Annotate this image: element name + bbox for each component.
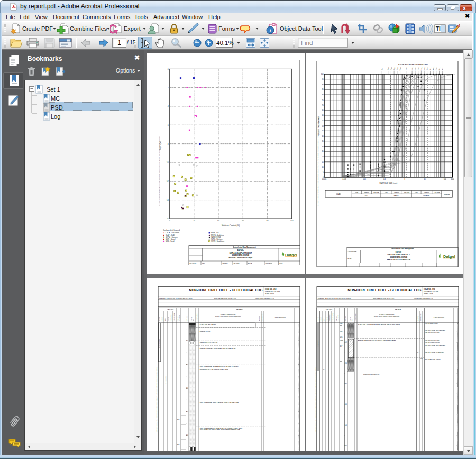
svg-text:Continued as Cored Drill Hole: Continued as Cored Drill Hole	[363, 374, 380, 375]
svg-text:Moisture Content (%): Moisture Content (%)	[222, 224, 240, 227]
svg-text:2.00: HP Bang >100 - 450 kPa: 2.00: HP Bang >100 - 450 kPa	[425, 359, 441, 360]
svg-text:0.95: SPT Recovery 0.445m: 0.95: SPT Recovery 0.445m	[425, 340, 440, 341]
svg-text:26.5mm: 26.5mm	[432, 66, 435, 70]
svg-text:CONSIST/DENS: CONSIST/DENS	[261, 313, 262, 321]
svg-text:35: 35	[322, 140, 324, 142]
svg-text:0.5m: 0.5m	[340, 331, 343, 332]
svg-text:75mm: 75mm	[441, 67, 443, 71]
svg-text:PARTICLE SIZE DISTRIBUTION: PARTICLE SIZE DISTRIBUTION	[387, 259, 410, 261]
svg-text:BROWN, MEDIUM TO HIGH PLASTICI: BROWN, MEDIUM TO HIGH PLASTICITY, SOME R…	[358, 340, 396, 341]
svg-text:53mm: 53mm	[438, 67, 441, 71]
svg-text:DATE STARTED : 6/7/04: DATE STARTED : 6/7/04	[318, 304, 332, 306]
svg-text:10: 10	[167, 161, 169, 164]
svg-text:LOCATION : Somewhere, World: LOCATION : Somewhere, World	[318, 294, 337, 296]
svg-text:LOG: LOG	[351, 319, 352, 321]
svg-text:GRAINED SAND, NO DISTINCT BEDD: GRAINED SAND, NO DISTINCT BEDDING.	[200, 403, 225, 405]
svg-text:N=11: N=11	[340, 337, 343, 338]
svg-text:GPJ: GINT AGS SAMPLE PROJECT.G: GPJ: GINT AGS SAMPLE PROJECT.GPJ LIB: DG…	[317, 136, 319, 206]
svg-text:MEDIUM: MEDIUM	[364, 192, 369, 193]
svg-text:15: 15	[322, 161, 324, 163]
svg-text:DATE LOGGED : 6/7/04: DATE LOGGED : 6/7/04	[375, 304, 389, 306]
svg-text:DRAWN BY: DRAWN BY	[348, 264, 355, 266]
svg-text:SSTN - Sandstone: SSTN - Sandstone	[211, 240, 224, 242]
svg-text:SOMEWHERE, WORLD: SOMEWHERE, WORLD	[232, 254, 250, 256]
svg-text:SAMPLES &: SAMPLES &	[336, 316, 337, 321]
svg-text:1.18mm: 1.18mm	[405, 66, 408, 70]
svg-text:1.00: HP Bang >450 kPa: 1.00: HP Bang >450 kPa	[267, 348, 280, 349]
svg-text:MD: MD	[420, 358, 423, 359]
svg-text:SAMPLES &: SAMPLES &	[177, 316, 178, 321]
svg-text:3.35mm: 3.35mm	[414, 66, 417, 70]
svg-text:5: 5	[323, 171, 324, 173]
svg-text:8: 8	[168, 143, 169, 145]
svg-text:Y: Y	[326, 362, 327, 364]
svg-text:0: 0	[168, 68, 169, 70]
svg-text:PROFILE: PROFILE	[168, 317, 169, 321]
svg-text:1.95m: 1.95m	[340, 357, 343, 358]
svg-text:1000: 1000	[451, 178, 454, 181]
svg-text:100 mm Spiral: 100 mm Spiral	[317, 339, 318, 347]
svg-text:SPT: SPT	[177, 444, 180, 445]
svg-text:300µm: 300µm	[393, 67, 395, 70]
svg-text:CORE LOSS 2.2 m (0.85-1.02): CORE LOSS 2.2 m (0.85-1.02)	[200, 341, 218, 343]
svg-text:SCALE: SCALE	[248, 263, 252, 264]
svg-text:LOGGED BY : LB: LOGGED BY : LB	[402, 304, 413, 306]
svg-text:9.5mm: 9.5mm	[423, 67, 425, 70]
svg-text:FINE: FINE	[415, 192, 418, 193]
svg-text:N=20: N=20	[340, 363, 343, 364]
svg-text:0.95: CD 0.475mm HOLLOW: 0.95: CD 0.475mm HOLLOW	[425, 341, 441, 343]
svg-text:0.2m: 0.2m	[340, 323, 343, 324]
svg-text:2.36mm: 2.36mm	[411, 66, 414, 70]
svg-text:DRAWN BY: DRAWN BY	[190, 263, 197, 264]
svg-text:WATER: WATER	[323, 318, 324, 321]
svg-text:20: 20	[193, 220, 195, 222]
svg-text:GRAPHIC: GRAPHIC	[191, 317, 192, 321]
svg-text:HOLE NO : 212: HOLE NO : 212	[265, 288, 277, 290]
svg-text:SCALE: SCALE	[406, 264, 410, 266]
svg-text:CONTRACTOR : Datgel: CONTRACTOR : Datgel	[387, 301, 400, 303]
svg-text:150µm: 150µm	[387, 67, 389, 70]
svg-text:LOCATION : Somewhere, World: LOCATION : Somewhere, World	[159, 294, 178, 296]
svg-text:AUTHORISED:: AUTHORISED:	[348, 251, 357, 253]
svg-text:DWG: DWG	[280, 263, 283, 264]
svg-text:FILE/JOB NO : GW-AGS3: FILE/JOB NO : GW-AGS3	[265, 291, 280, 292]
svg-text:CLASSIFICATION: CLASSIFICATION	[355, 313, 356, 321]
svg-text:DWG: DWG	[438, 264, 441, 266]
svg-text:Secondary and Minor Components: Secondary and Minor Components	[219, 317, 236, 318]
svg-text:60: 60	[322, 114, 324, 116]
svg-text:50: 50	[322, 125, 324, 127]
svg-text:LOGGING: LOGGING	[161, 316, 162, 321]
svg-text:1.55m: 1.55m	[340, 351, 343, 352]
svg-text:DATE COMPLETED :: DATE COMPLETED :	[185, 304, 197, 306]
svg-text:RIG TYPE :: RIG TYPE :	[159, 301, 166, 303]
svg-text:REPORT: REPORT	[223, 263, 228, 264]
svg-text:SILT: SILT	[364, 195, 368, 197]
svg-text:RIG TYPE : SP40: RIG TYPE : SP40	[318, 301, 328, 303]
svg-text:30: 30	[322, 146, 324, 148]
svg-text:AUTHORISED:: AUTHORISED:	[190, 249, 199, 251]
svg-text:DRILLING: DRILLING	[326, 309, 332, 311]
svg-text:37.5mm: 37.5mm	[435, 66, 438, 70]
svg-text:0.20: SPT SAMPLE - 100% RECOVE: 0.20: SPT SAMPLE - 100% RECOVERY	[425, 330, 446, 331]
svg-text:BROWN, MEDIUM TO LOW PLASTICIT: BROWN, MEDIUM TO LOW PLASTICITY, SOME RO…	[358, 360, 396, 362]
svg-text:LOGGED BY :: LOGGED BY :	[244, 304, 252, 306]
svg-text:65: 65	[322, 109, 324, 111]
svg-text:GRAINED SAND, SOME BROWN PRESE: GRAINED SAND, SOME BROWN PRESENT.	[200, 430, 226, 432]
svg-text:GINT AGS SAMPLE PROJECT: GINT AGS SAMPLE PROJECT	[229, 252, 252, 254]
svg-text:DRILLER : DB: DRILLER : DB	[422, 301, 430, 303]
svg-text:DEPTH (m): DEPTH (m)	[345, 316, 346, 321]
svg-text:SHEET : 1 OF 2: SHEET : 1 OF 2	[424, 293, 433, 294]
svg-text:BROWN AT 0.45m.: BROWN AT 0.45m.	[200, 331, 211, 332]
svg-text:TI: TI	[436, 26, 441, 32]
svg-text:75: 75	[322, 99, 324, 101]
svg-text:GRAVEL: GRAVEL	[423, 195, 430, 197]
svg-text:MOISTURE: MOISTURE	[259, 316, 260, 321]
svg-text:LOGGING: LOGGING	[320, 316, 321, 321]
svg-text:CORE LOSS 0.0m (0.24-0.5): CORE LOSS 0.0m (0.24-0.5)	[200, 325, 217, 327]
svg-text:0.0001: 0.0001	[322, 178, 327, 181]
svg-text:2.45m: 2.45m	[340, 366, 343, 367]
svg-text:POK: POK	[202, 263, 205, 264]
svg-text:& Other Observations: & Other Observations	[434, 317, 444, 318]
svg-text:14: 14	[167, 199, 169, 201]
svg-text:Geotechnical Data Management: Geotechnical Data Management	[233, 246, 256, 248]
